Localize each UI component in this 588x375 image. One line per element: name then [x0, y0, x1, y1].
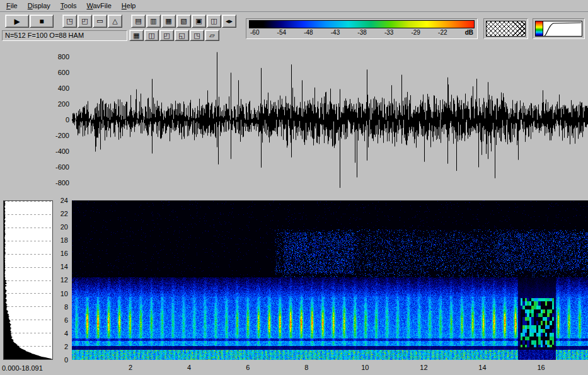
print-button[interactable]: ▣	[192, 14, 206, 28]
frame-toggle-button[interactable]: ◱	[175, 30, 189, 41]
select-region-button[interactable]: ▭	[93, 14, 107, 28]
waveform-y-tick: -200	[55, 132, 69, 139]
stop-button[interactable]: ■	[30, 14, 54, 28]
view-dual-display-icon: ▦	[165, 18, 171, 25]
view-line-scan-button[interactable]: ▧	[176, 14, 191, 28]
palette-gradient-icon	[535, 21, 543, 37]
spectrogram-y-tick: 12	[61, 276, 68, 284]
tile-vertical-icon: ◰	[163, 32, 170, 39]
tile-horizontal-button[interactable]: ◫	[144, 30, 159, 41]
frame-toggle-icon: ◱	[178, 32, 185, 39]
axes-toggle-button[interactable]: ◳	[190, 30, 204, 41]
waveform-y-tick: -800	[55, 179, 69, 187]
db-tick-label: -29	[411, 29, 420, 36]
spectrogram-x-tick: 4	[183, 364, 195, 371]
spectrogram-x-tick: 12	[418, 364, 429, 371]
hatch-pattern-icon	[486, 21, 526, 37]
menu-item-file[interactable]: File	[1, 1, 23, 11]
pattern-display-box[interactable]	[483, 18, 528, 39]
spectrum-side-panel	[3, 200, 53, 360]
tile-horizontal-icon: ◫	[148, 32, 154, 39]
toolbar-row-1: ▶■ ◳◰▭△ ▤▥▦▧▣◫◂▸	[5, 14, 245, 28]
spectrogram-y-tick: 4	[64, 330, 68, 337]
menu-item-help[interactable]: Help	[117, 1, 141, 11]
spectrogram-y-tick: 8	[64, 303, 68, 311]
spectrogram-y-tick: 22	[61, 210, 68, 217]
db-tick-label: -22	[438, 29, 447, 36]
palette-curve-box[interactable]	[533, 18, 585, 39]
spectrogram-y-tick: 6	[64, 316, 68, 324]
spectrogram-x-tick: 2	[125, 364, 136, 371]
waveform-y-tick: -600	[55, 163, 69, 171]
db-tick-label: -43	[331, 29, 340, 36]
db-tick-label: -54	[277, 29, 286, 36]
average-spectrum-plot	[4, 201, 52, 359]
waveform-y-tick: -400	[55, 147, 69, 155]
view-waterfall-button[interactable]: ▥	[146, 14, 161, 28]
db-tick-label: -38	[357, 29, 366, 36]
view-waterfall-icon: ▥	[150, 18, 156, 25]
pointer-mode-icon: △	[112, 18, 117, 25]
axes-toggle-icon: ◳	[193, 32, 200, 39]
spectrogram-x-axis: 246810121416	[0, 364, 588, 373]
cascade-windows-icon: ◳	[66, 18, 72, 25]
spectrogram-app: FileDisplayToolsWavFileHelp ▶■ ◳◰▭△ ▤▥▦▧…	[0, 0, 588, 375]
db-unit-label: dB	[465, 29, 473, 36]
menu-item-wavfile[interactable]: WavFile	[82, 1, 117, 11]
spectrogram-y-axis: 242220181614121086420	[54, 197, 68, 364]
toolbar-group-4: ▦◫◰◱◳▱	[129, 30, 220, 41]
spectrogram-y-tick: 10	[61, 290, 68, 297]
view-line-scan-icon: ▧	[180, 18, 187, 25]
view-spectrogram-button[interactable]: ▤	[131, 14, 146, 28]
grid-toggle-icon: ▦	[133, 32, 139, 39]
waveform-y-tick: 400	[58, 84, 69, 92]
spectrogram-x-tick: 14	[476, 364, 488, 371]
open-wavfile-button[interactable]: ◫	[207, 14, 221, 28]
db-color-scale: -60-54-48-43-38-33-29-22dB	[246, 18, 478, 39]
db-tick-label: -33	[384, 29, 393, 36]
waveform-y-tick: 600	[58, 69, 69, 76]
spectrogram-x-tick: 6	[242, 364, 253, 371]
scroll-display-button[interactable]: ◂▸	[222, 14, 236, 28]
save-display-button[interactable]: ◰	[78, 14, 92, 28]
transport-group: ▶■	[5, 14, 54, 28]
db-tick-label: -60	[250, 29, 259, 36]
play-icon: ▶	[14, 18, 20, 25]
menu-item-tools[interactable]: Tools	[55, 1, 82, 11]
time-range-label: 0.000-18.091	[2, 364, 43, 372]
toolbar-group-2: ◳◰▭△	[62, 14, 123, 28]
spectrogram-y-tick: 16	[61, 250, 68, 257]
pointer-mode-button[interactable]: △	[108, 14, 122, 28]
spectrogram-x-tick: 16	[536, 364, 547, 371]
grid-toggle-button[interactable]: ▦	[129, 30, 144, 41]
save-display-icon: ◰	[81, 18, 88, 25]
play-button[interactable]: ▶	[5, 14, 29, 28]
spectrogram-y-tick: 14	[61, 263, 68, 270]
cascade-windows-button[interactable]: ◳	[62, 14, 77, 28]
db-gradient-icon	[249, 20, 475, 28]
waveform-y-tick: 200	[58, 100, 69, 108]
waveform-y-axis: 8006004002000-200-400-600-800	[47, 53, 69, 187]
spectrogram-plot[interactable]	[72, 200, 588, 360]
spectrogram-y-tick: 18	[61, 236, 68, 244]
open-wavfile-icon: ◫	[210, 18, 217, 25]
spectrogram-x-tick: 10	[359, 364, 371, 371]
db-scale-labels: -60-54-48-43-38-33-29-22dB	[249, 29, 475, 36]
print-icon: ▣	[195, 18, 202, 25]
menu-item-display[interactable]: Display	[23, 1, 55, 11]
waveform-plot[interactable]	[72, 49, 588, 190]
spectrogram-x-tick: 8	[301, 364, 312, 371]
db-tick-label: -48	[304, 29, 313, 36]
view-dual-display-button[interactable]: ▦	[161, 14, 176, 28]
waveform-y-tick: 0	[66, 116, 69, 124]
scroll-display-icon: ◂▸	[226, 18, 233, 25]
annotate-button[interactable]: ▱	[205, 30, 219, 41]
toolbar-group-3: ▤▥▦▧▣◫◂▸	[131, 14, 237, 28]
stop-icon: ■	[39, 18, 43, 25]
spectrogram-y-tick: 24	[61, 197, 68, 204]
view-spectrogram-icon: ▤	[135, 18, 141, 25]
analysis-settings-status: N=512 F=100 O=88 HAM	[2, 30, 127, 41]
annotate-icon: ▱	[209, 32, 214, 39]
tile-vertical-button[interactable]: ◰	[159, 30, 174, 41]
select-region-icon: ▭	[96, 18, 103, 25]
